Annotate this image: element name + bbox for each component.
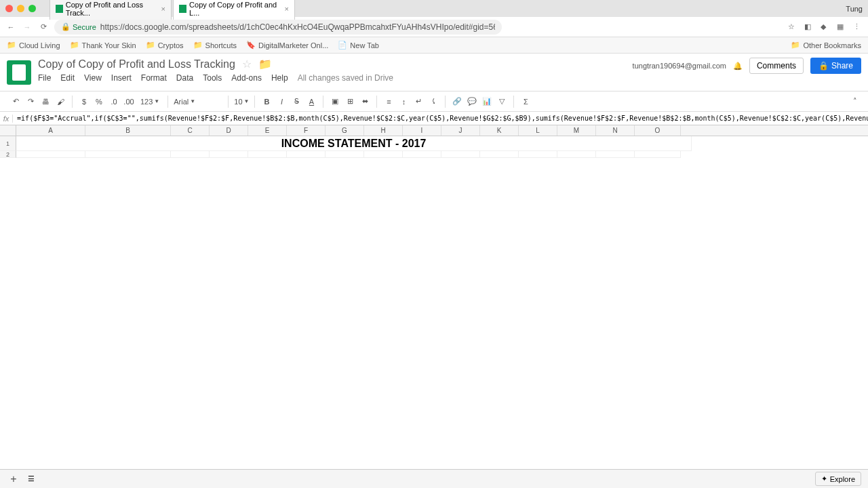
bookmark-item[interactable]: 📁Thank Your Skin: [70, 41, 136, 49]
extension-icon[interactable]: ▦: [837, 22, 846, 32]
cell[interactable]: [403, 151, 441, 158]
forward-button[interactable]: →: [22, 22, 33, 33]
explore-button[interactable]: ✦ Explore: [815, 472, 861, 486]
menu-file[interactable]: File: [38, 73, 51, 83]
col-header[interactable]: D: [210, 125, 248, 136]
extension-icon[interactable]: ◧: [804, 22, 814, 32]
col-header[interactable]: G: [326, 125, 364, 136]
col-header[interactable]: J: [441, 125, 480, 136]
col-header[interactable]: C: [171, 125, 210, 136]
move-folder-icon[interactable]: 📁: [258, 58, 272, 70]
cell[interactable]: [519, 151, 557, 158]
cell[interactable]: [326, 151, 364, 158]
menu-insert[interactable]: Insert: [111, 73, 132, 83]
account-email[interactable]: tungtran190694@gmail.com: [633, 62, 726, 70]
formula-bar[interactable]: fx =if($F$3="Accrual",if($C$3="",sumifs(…: [0, 112, 868, 125]
decimal-decrease-icon[interactable]: .0: [108, 96, 120, 108]
rotate-icon[interactable]: ⤹: [427, 96, 439, 108]
font-size-dropdown[interactable]: 10▼: [231, 98, 252, 106]
select-all-corner[interactable]: [0, 125, 16, 136]
col-header[interactable]: H: [364, 125, 403, 136]
bookmark-item[interactable]: 📁Shortcuts: [193, 41, 237, 49]
cell[interactable]: [441, 151, 480, 158]
menu-tools[interactable]: Tools: [203, 73, 222, 83]
row-header[interactable]: 1: [0, 136, 16, 151]
fill-color-icon[interactable]: ▣: [329, 96, 341, 108]
bookmark-item[interactable]: 📁Cloud Living: [7, 41, 60, 49]
window-maximize[interactable]: [28, 5, 36, 12]
redo-icon[interactable]: ↷: [24, 96, 37, 108]
comments-button[interactable]: Comments: [749, 58, 804, 74]
menu-data[interactable]: Data: [176, 73, 193, 83]
menu-help[interactable]: Help: [271, 73, 288, 83]
window-close[interactable]: [5, 5, 13, 12]
functions-icon[interactable]: Σ: [519, 96, 532, 108]
decimal-increase-icon[interactable]: .00: [123, 96, 135, 108]
col-header[interactable]: E: [248, 125, 287, 136]
window-minimize[interactable]: [17, 5, 24, 12]
share-button[interactable]: 🔒 Share: [810, 58, 861, 74]
font-dropdown[interactable]: Arial▼: [171, 98, 225, 106]
bold-icon[interactable]: B: [260, 96, 273, 108]
chrome-profile[interactable]: Tung: [846, 5, 863, 13]
add-sheet-button[interactable]: +: [7, 472, 20, 486]
col-header[interactable]: M: [557, 125, 596, 136]
chart-icon[interactable]: 📊: [481, 96, 493, 108]
comment-icon[interactable]: 💬: [466, 96, 478, 108]
close-icon[interactable]: ×: [285, 5, 289, 13]
filter-icon[interactable]: ▽: [496, 96, 508, 108]
col-header[interactable]: K: [480, 125, 519, 136]
bookmark-item[interactable]: 📄 New Tab: [338, 41, 379, 49]
borders-icon[interactable]: ⊞: [344, 96, 356, 108]
italic-icon[interactable]: I: [275, 96, 288, 108]
star-icon[interactable]: ☆: [242, 58, 252, 70]
halign-icon[interactable]: ≡: [382, 96, 395, 108]
col-header[interactable]: N: [596, 125, 635, 136]
cell[interactable]: [557, 151, 596, 158]
menu-icon[interactable]: ⋮: [853, 22, 863, 32]
reload-button[interactable]: ⟳: [38, 22, 49, 33]
cell[interactable]: [16, 151, 85, 158]
valign-icon[interactable]: ↕: [397, 96, 410, 108]
browser-tab-0[interactable]: Copy of Profit and Loss Track...×: [50, 0, 172, 20]
bookmark-item[interactable]: 📁Cryptos: [146, 41, 184, 49]
menu-format[interactable]: Format: [141, 73, 167, 83]
cell[interactable]: [171, 151, 210, 158]
formula-input[interactable]: =if($F$3="Accrual",if($C$3="",sumifs(Rev…: [13, 115, 868, 122]
more-formats-dropdown[interactable]: 123▼: [138, 98, 162, 106]
cell[interactable]: [480, 151, 519, 158]
cell[interactable]: [248, 151, 287, 158]
spreadsheet-grid[interactable]: 1INCOME STATEMENT - 20172: [0, 136, 868, 482]
row-header[interactable]: 2: [0, 151, 16, 158]
cell[interactable]: [210, 151, 248, 158]
back-button[interactable]: ←: [5, 22, 16, 33]
menu-add-ons[interactable]: Add-ons: [231, 73, 262, 83]
notification-icon[interactable]: 🔔: [733, 62, 743, 70]
col-header[interactable]: F: [287, 125, 326, 136]
menu-view[interactable]: View: [84, 73, 102, 83]
document-title[interactable]: Copy of Copy of Profit and Loss Tracking: [38, 58, 235, 70]
cell[interactable]: [287, 151, 326, 158]
address-bar[interactable]: 🔒 Secure https://docs.google.com/spreads…: [54, 20, 502, 35]
all-sheets-button[interactable]: ☰: [24, 472, 38, 486]
col-header[interactable]: L: [519, 125, 557, 136]
close-icon[interactable]: ×: [161, 5, 165, 13]
merge-icon[interactable]: ⬌: [359, 96, 371, 108]
cell[interactable]: [364, 151, 403, 158]
undo-icon[interactable]: ↶: [9, 96, 22, 108]
collapse-toolbar-icon[interactable]: ˄: [849, 96, 861, 108]
text-color-icon[interactable]: A: [305, 96, 317, 108]
link-icon[interactable]: 🔗: [451, 96, 463, 108]
star-icon[interactable]: ☆: [788, 22, 797, 32]
col-header[interactable]: I: [403, 125, 441, 136]
bookmark-item[interactable]: 🔖 DigitalMarketer Onl...: [246, 41, 328, 49]
extension-icon[interactable]: ◆: [821, 22, 830, 32]
col-header[interactable]: A: [16, 125, 85, 136]
title-cell[interactable]: INCOME STATEMENT - 2017: [16, 136, 692, 151]
cell[interactable]: [596, 151, 635, 158]
col-header[interactable]: B: [85, 125, 171, 136]
sheets-logo-icon[interactable]: [7, 60, 31, 85]
other-bookmarks[interactable]: 📁Other Bookmarks: [791, 41, 861, 49]
print-icon[interactable]: 🖶: [39, 96, 52, 108]
menu-edit[interactable]: Edit: [60, 73, 75, 83]
